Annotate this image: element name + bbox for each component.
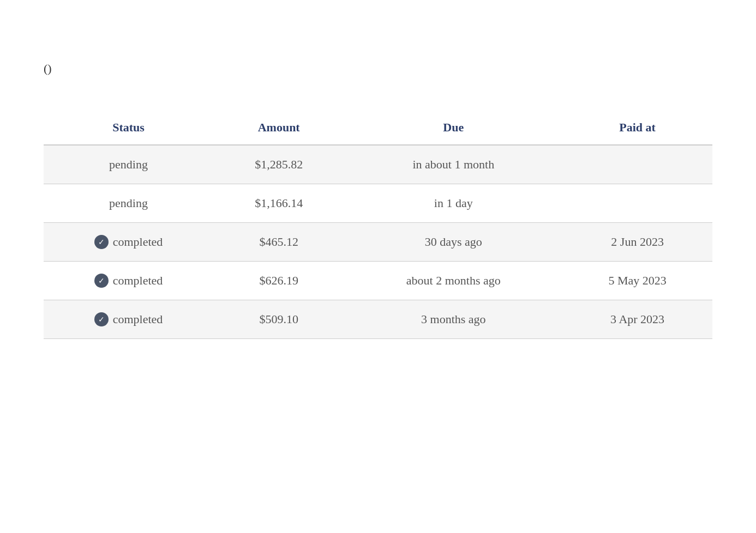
cell-paid-at: 2 Jun 2023 — [562, 223, 712, 262]
cell-status: ✓completed — [44, 223, 213, 262]
completed-check-icon: ✓ — [94, 235, 109, 249]
header-status: Status — [44, 111, 213, 145]
header-amount: Amount — [213, 111, 344, 145]
table-row: pending$1,285.82in about 1 month — [44, 145, 712, 184]
completed-check-icon: ✓ — [94, 274, 109, 288]
cell-amount: $1,285.82 — [213, 145, 344, 184]
cell-due: 30 days ago — [344, 223, 562, 262]
table-row: ✓completed$509.103 months ago3 Apr 2023 — [44, 300, 712, 339]
cell-paid-at: 5 May 2023 — [562, 262, 712, 300]
header-due: Due — [344, 111, 562, 145]
cell-amount: $626.19 — [213, 262, 344, 300]
payments-table: Status Amount Due Paid at pending$1,285.… — [44, 111, 712, 339]
cell-paid-at — [562, 184, 712, 223]
status-label: completed — [113, 312, 163, 326]
cell-status: pending — [44, 145, 213, 184]
status-label: completed — [113, 235, 163, 249]
cell-status: pending — [44, 184, 213, 223]
cell-due: in about 1 month — [344, 145, 562, 184]
table-row: ✓completed$465.1230 days ago2 Jun 2023 — [44, 223, 712, 262]
cell-amount: $465.12 — [213, 223, 344, 262]
cell-due: in 1 day — [344, 184, 562, 223]
table-header-row: Status Amount Due Paid at — [44, 111, 712, 145]
cell-status: ✓completed — [44, 262, 213, 300]
header-paid-at: Paid at — [562, 111, 712, 145]
table-row: pending$1,166.14in 1 day — [44, 184, 712, 223]
cell-paid-at: 3 Apr 2023 — [562, 300, 712, 339]
cell-amount: $1,166.14 — [213, 184, 344, 223]
cell-due: about 2 months ago — [344, 262, 562, 300]
status-label: completed — [113, 274, 163, 288]
cell-status: ✓completed — [44, 300, 213, 339]
cell-amount: $509.10 — [213, 300, 344, 339]
table-row: ✓completed$626.19about 2 months ago5 May… — [44, 262, 712, 300]
completed-check-icon: ✓ — [94, 312, 109, 326]
cell-paid-at — [562, 145, 712, 184]
payout-description: () — [44, 59, 712, 78]
cell-due: 3 months ago — [344, 300, 562, 339]
